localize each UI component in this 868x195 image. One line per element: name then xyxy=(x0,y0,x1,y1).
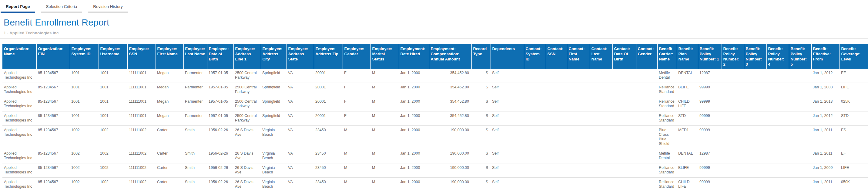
body-cell: 26 S Davis Ave xyxy=(234,149,261,163)
body-cell: Smith xyxy=(183,178,207,192)
body-cell: 111111001 xyxy=(127,83,156,97)
body-cell xyxy=(546,68,567,83)
body-cell: 1001 xyxy=(98,68,127,83)
body-cell: 050K xyxy=(839,178,868,192)
tab-selection-criteria[interactable]: Selection Criteria xyxy=(41,0,83,13)
body-cell xyxy=(744,97,767,111)
body-cell xyxy=(590,126,613,149)
header-cell: Employee: Last Name xyxy=(183,44,207,68)
body-cell: 12987 xyxy=(698,68,721,83)
tab-report-page[interactable]: Report Page xyxy=(1,0,35,13)
body-cell: 20001 xyxy=(314,83,343,97)
body-cell: 23450 xyxy=(314,126,343,149)
body-cell: Virginia Beach xyxy=(261,126,286,149)
body-cell: 1002 xyxy=(70,178,98,192)
body-cell: 1001 xyxy=(70,83,98,97)
body-cell: F xyxy=(343,111,371,126)
body-cell: 111111001 xyxy=(127,111,156,126)
body-cell: 354,452.80 xyxy=(429,68,471,83)
body-cell: 111111002 xyxy=(127,178,156,192)
body-cell: Carter xyxy=(156,178,183,192)
body-cell: Self xyxy=(491,111,524,126)
header-cell: Organization: Name xyxy=(2,44,36,68)
header-cell: Benefit Carrier: Name xyxy=(657,44,677,68)
body-cell: Applied Technologies Inc xyxy=(2,97,36,111)
header-cell: Benefit: Policy Number: 1 xyxy=(698,44,721,68)
body-cell xyxy=(767,178,789,192)
body-cell: VA xyxy=(286,68,314,83)
body-cell: Applied Technologies Inc xyxy=(2,111,36,126)
body-cell: 1956-02-26 xyxy=(207,149,234,163)
body-cell: 111111001 xyxy=(127,97,156,111)
body-cell: 99999 xyxy=(698,192,721,195)
body-cell: Carter xyxy=(156,163,183,178)
body-cell: 99999 xyxy=(698,126,721,149)
body-cell xyxy=(767,126,789,149)
body-cell: 1001 xyxy=(70,68,98,83)
body-cell: 1957-01-05 xyxy=(207,111,234,126)
body-cell: Virginia Beach xyxy=(261,178,286,192)
table-row: Applied Technologies Inc85-1234567100210… xyxy=(2,163,868,178)
header-row: Organization: NameOrganization: EINEmplo… xyxy=(2,44,868,68)
header-cell: Dependents xyxy=(491,44,524,68)
body-cell: Carter xyxy=(156,126,183,149)
body-cell: 26 S Davis Ave xyxy=(234,126,261,149)
body-cell xyxy=(524,178,546,192)
body-cell: F xyxy=(343,83,371,97)
header-cell: Contact: SSN xyxy=(546,44,567,68)
body-cell xyxy=(636,97,657,111)
body-cell: Springfield xyxy=(261,111,286,126)
body-cell xyxy=(767,111,789,126)
body-cell: 23450 xyxy=(314,192,343,195)
body-cell xyxy=(721,97,744,111)
body-cell: 2500 Central Parkway xyxy=(234,68,261,83)
body-cell: M xyxy=(371,163,399,178)
body-cell: M xyxy=(343,163,371,178)
body-cell: Virginia Beach xyxy=(261,163,286,178)
body-cell xyxy=(590,178,613,192)
body-cell xyxy=(744,111,767,126)
body-cell xyxy=(767,149,789,163)
body-cell xyxy=(744,178,767,192)
table-header: Organization: NameOrganization: EINEmplo… xyxy=(2,44,868,68)
body-cell xyxy=(636,126,657,149)
body-cell xyxy=(789,111,811,126)
body-cell: M xyxy=(343,192,371,195)
body-cell xyxy=(636,111,657,126)
body-cell xyxy=(567,192,590,195)
body-cell: 85-1234567 xyxy=(36,68,70,83)
body-cell: F xyxy=(343,97,371,111)
body-cell xyxy=(613,97,636,111)
body-cell xyxy=(744,126,767,149)
body-cell xyxy=(767,192,789,195)
body-cell xyxy=(744,68,767,83)
body-cell: 111111002 xyxy=(127,163,156,178)
body-cell: S xyxy=(471,111,491,126)
body-cell: Applied Technologies Inc xyxy=(2,68,36,83)
table-body: Applied Technologies Inc85-1234567100110… xyxy=(2,68,868,195)
body-cell: VA xyxy=(286,83,314,97)
body-cell: Metlife Dental xyxy=(657,149,677,163)
body-cell: MED1 xyxy=(677,126,698,149)
body-cell: S xyxy=(471,163,491,178)
body-cell xyxy=(524,83,546,97)
body-cell: Self xyxy=(491,97,524,111)
header-cell: Contact: Date Of Birth xyxy=(613,44,636,68)
body-cell: M xyxy=(371,68,399,83)
body-cell xyxy=(590,111,613,126)
body-cell: 99999 xyxy=(698,163,721,178)
body-cell: 1002 xyxy=(98,126,127,149)
body-cell: 1002 xyxy=(70,149,98,163)
body-cell: 1002 xyxy=(98,178,127,192)
tab-revision-history[interactable]: Revision History xyxy=(88,0,128,13)
body-cell: 111111002 xyxy=(127,149,156,163)
body-cell: Springfield xyxy=(261,68,286,83)
body-cell: LIFE xyxy=(839,163,868,178)
body-cell: Self xyxy=(491,192,524,195)
body-cell: STD xyxy=(677,111,698,126)
body-cell: 26 S Davis Ave xyxy=(234,192,261,195)
body-cell: Jan 1, 2011 xyxy=(811,178,839,192)
header-cell: Benefit: Effective: From xyxy=(811,44,839,68)
page-subtitle: 1 - Applied Technologies Inc xyxy=(4,31,864,35)
body-cell xyxy=(721,192,744,195)
